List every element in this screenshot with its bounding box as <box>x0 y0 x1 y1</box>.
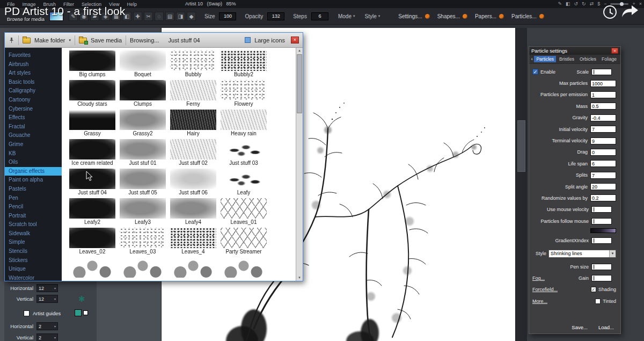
color-swatch[interactable] <box>75 309 82 316</box>
category-item[interactable]: Pencil <box>5 202 62 212</box>
media-thumbnail[interactable] <box>221 50 267 71</box>
media-thumbnail[interactable] <box>221 110 267 130</box>
media-item[interactable]: Ice cream related <box>67 139 118 167</box>
artist-guides-checkbox[interactable] <box>24 310 30 316</box>
close-button[interactable]: × <box>611 48 618 54</box>
save-media-button[interactable]: Save media <box>91 37 122 43</box>
media-item[interactable]: Leaves_4 <box>168 228 218 256</box>
category-item[interactable]: Oils <box>5 158 62 167</box>
share-icon[interactable] <box>621 4 639 18</box>
particle-field-input[interactable]: 1000 <box>590 80 616 87</box>
media-thumbnail[interactable] <box>170 80 216 100</box>
large-icons-checkbox[interactable] <box>245 37 251 43</box>
media-thumbnail[interactable] <box>69 228 115 248</box>
media-thumbnail[interactable] <box>69 110 115 130</box>
particle-field-input[interactable]: 0 <box>590 149 616 156</box>
scale-slider[interactable] <box>591 69 612 75</box>
style-dropdown[interactable]: Style ▾ <box>364 13 380 19</box>
media-thumbnail[interactable] <box>170 169 216 189</box>
media-thumbnail[interactable] <box>120 257 166 278</box>
media-item[interactable]: Bubbly <box>168 50 218 78</box>
category-item[interactable]: Scratch tool <box>5 220 62 229</box>
tab-particles[interactable]: Particles <box>534 56 556 62</box>
category-item[interactable]: Pen <box>5 194 62 203</box>
particle-field-input[interactable]: 20 <box>590 183 616 190</box>
more-link[interactable]: More... <box>532 299 547 304</box>
load-button[interactable]: Load... <box>598 324 614 330</box>
media-thumbnail[interactable] <box>69 80 115 100</box>
media-item[interactable]: Leafy4 <box>168 198 218 226</box>
particle-field-input[interactable]: 7 <box>590 126 616 133</box>
scroll-down-icon[interactable]: ▼ <box>298 275 301 281</box>
category-item[interactable]: Stencils <box>5 247 62 256</box>
category-item[interactable]: Basic tools <box>5 78 62 87</box>
particle-field-input[interactable]: 0.5 <box>590 103 616 110</box>
dollar-icon[interactable]: $ <box>597 0 600 8</box>
forcefield-link[interactable]: Forcefield... <box>532 287 558 292</box>
particle-field-input[interactable]: 0.2 <box>590 194 616 201</box>
media-thumbnail[interactable] <box>170 50 216 71</box>
category-item[interactable]: Unique <box>5 265 62 274</box>
category-item[interactable]: Sidewalk <box>5 229 62 238</box>
media-item[interactable]: Heavy rain <box>218 110 269 137</box>
horizontal2-dropdown[interactable]: 2 ▾ <box>36 322 58 330</box>
size-input[interactable]: 100 <box>219 12 236 20</box>
mode-dropdown[interactable]: Mode ▾ <box>338 13 355 19</box>
media-thumbnail[interactable] <box>120 80 166 100</box>
media-thumbnail[interactable] <box>221 80 267 100</box>
secondary-color-swatch[interactable] <box>83 310 88 315</box>
media-thumbnail[interactable] <box>170 110 216 130</box>
media-item[interactable]: Leaves_02 <box>67 228 118 256</box>
media-item[interactable]: Party Streamer <box>218 228 269 256</box>
shape-icon[interactable]: ◧ <box>566 0 570 8</box>
media-item[interactable]: Clumps <box>118 80 168 108</box>
category-item[interactable]: Cartoony <box>5 96 62 105</box>
media-item[interactable]: Leaves_01 <box>218 198 269 226</box>
particle-field-input[interactable]: 7 <box>590 172 616 179</box>
media-item[interactable]: Cloudy stars <box>67 80 118 108</box>
media-item[interactable]: Boquet <box>118 50 168 78</box>
category-item[interactable]: Gouache <box>5 131 62 140</box>
make-folder-button[interactable]: Make folder <box>34 37 65 43</box>
particle-field-input[interactable]: -0.4 <box>590 114 616 121</box>
media-item[interactable]: Just stuff 03 <box>218 139 269 167</box>
canvas-scrollbar-thumb[interactable] <box>517 120 525 172</box>
browser-scrollbar-thumb[interactable] <box>297 54 302 113</box>
canvas-scrollbar[interactable] <box>515 28 527 341</box>
media-thumbnail[interactable] <box>170 228 216 248</box>
chevron-down-icon[interactable]: ▾ <box>69 38 71 42</box>
media-item[interactable]: Bubbly2 <box>218 50 269 78</box>
media-thumbnail[interactable] <box>69 257 115 278</box>
half-tone-icon[interactable]: ◨ <box>176 12 185 21</box>
category-item[interactable]: Favorites <box>5 51 62 60</box>
button-particles[interactable]: Particles... <box>511 13 537 19</box>
steps-input[interactable]: 6 <box>311 12 328 20</box>
media-item[interactable]: Hairy <box>168 110 218 137</box>
media-item[interactable]: Leafy <box>218 169 269 197</box>
button-shapes[interactable]: Shapes... <box>437 13 460 19</box>
category-item[interactable]: Calligraphy <box>5 86 62 96</box>
category-item[interactable]: Watercolor <box>5 274 62 281</box>
media-item[interactable]: Grassy <box>67 110 118 137</box>
gain-slider[interactable] <box>591 275 612 281</box>
media-thumbnail[interactable] <box>69 50 115 71</box>
tab-bristles[interactable]: Bristles <box>557 56 576 62</box>
media-item[interactable]: Just stuf 01 <box>118 139 168 167</box>
media-thumbnail[interactable] <box>69 139 115 159</box>
scissors-icon[interactable]: ✂ <box>144 12 153 21</box>
add-icon[interactable]: ✚ <box>133 12 142 21</box>
pen-icon[interactable]: ✎ <box>558 0 562 8</box>
redo-icon[interactable]: ↻ <box>582 0 586 8</box>
category-item[interactable]: Pastels <box>5 185 62 194</box>
tab-orbicles[interactable]: Orbicles <box>577 56 598 62</box>
close-button[interactable]: × <box>291 37 299 43</box>
circle-icon[interactable]: ◌ <box>155 12 164 21</box>
media-thumbnail[interactable] <box>221 198 267 219</box>
starburst-icon[interactable]: ✱ <box>78 294 85 304</box>
media-thumbnail[interactable] <box>170 139 216 159</box>
media-thumbnail[interactable] <box>120 228 166 248</box>
diamond-icon[interactable]: ◆ <box>187 12 196 21</box>
style-select[interactable]: Shrinking lines ▼ <box>548 250 616 258</box>
swap-icon[interactable]: ⇄ <box>590 0 594 8</box>
media-item[interactable]: Grassy2 <box>118 110 168 137</box>
